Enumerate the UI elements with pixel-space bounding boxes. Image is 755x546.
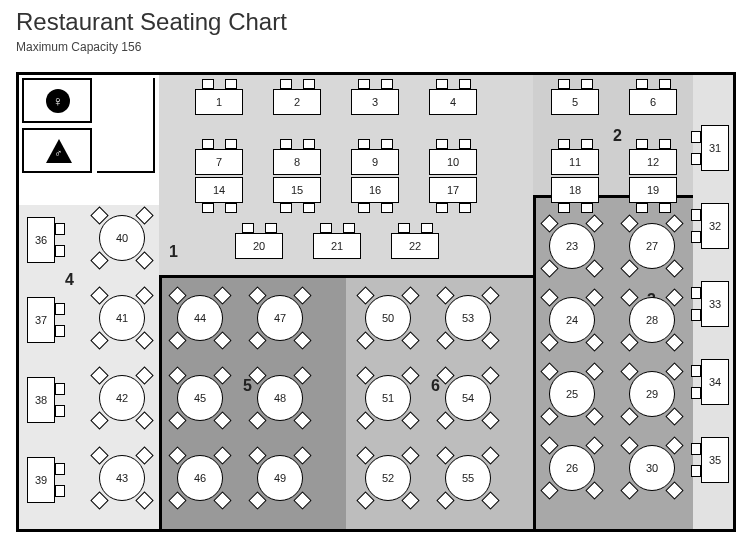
chair [381,203,393,213]
table-52[interactable]: 52 [365,455,409,499]
table-7[interactable]: 7 [195,149,241,173]
chair [55,223,65,235]
table-35[interactable]: 35 [701,437,727,481]
table-33[interactable]: 33 [701,281,727,325]
zone-label-6: 6 [431,377,440,395]
chair [55,303,65,315]
table-number: 45 [178,392,222,404]
table-number: 23 [550,240,594,252]
table-18[interactable]: 18 [551,177,597,201]
chair [381,139,393,149]
table-25[interactable]: 25 [549,371,593,415]
table-number: 42 [100,392,144,404]
table-number: 44 [178,312,222,324]
table-46[interactable]: 46 [177,455,221,499]
chair [636,79,648,89]
table-12[interactable]: 12 [629,149,675,173]
chair [421,223,433,233]
table-number: 10 [430,156,476,168]
table-10[interactable]: 10 [429,149,475,173]
table-48[interactable]: 48 [257,375,301,419]
table-44[interactable]: 44 [177,295,221,339]
table-number: 46 [178,472,222,484]
chair [55,405,65,417]
table-20[interactable]: 20 [235,233,281,257]
table-number: 38 [28,394,54,406]
table-15[interactable]: 15 [273,177,319,201]
table-8[interactable]: 8 [273,149,319,173]
table-number: 39 [28,474,54,486]
table-47[interactable]: 47 [257,295,301,339]
restroom-female: ♀ [22,78,92,123]
chair [558,203,570,213]
table-9[interactable]: 9 [351,149,397,173]
table-19[interactable]: 19 [629,177,675,201]
table-41[interactable]: 41 [99,295,143,339]
chair [303,139,315,149]
table-number: 14 [196,184,242,196]
table-34[interactable]: 34 [701,359,727,403]
table-50[interactable]: 50 [365,295,409,339]
table-1[interactable]: 1 [195,89,241,113]
table-14[interactable]: 14 [195,177,241,201]
chair [659,139,671,149]
table-4[interactable]: 4 [429,89,475,113]
table-number: 34 [702,376,728,388]
zone-label-2: 2 [613,127,622,145]
table-32[interactable]: 32 [701,203,727,247]
table-53[interactable]: 53 [445,295,489,339]
table-number: 20 [236,240,282,252]
table-28[interactable]: 28 [629,297,673,341]
table-55[interactable]: 55 [445,455,489,499]
table-number: 7 [196,156,242,168]
table-2[interactable]: 2 [273,89,319,113]
table-45[interactable]: 45 [177,375,221,419]
table-21[interactable]: 21 [313,233,359,257]
table-30[interactable]: 30 [629,445,673,489]
table-36[interactable]: 36 [27,217,53,261]
table-51[interactable]: 51 [365,375,409,419]
table-number: 47 [258,312,302,324]
table-3[interactable]: 3 [351,89,397,113]
chair [280,79,292,89]
chair [225,79,237,89]
table-11[interactable]: 11 [551,149,597,173]
table-5[interactable]: 5 [551,89,597,113]
table-54[interactable]: 54 [445,375,489,419]
table-number: 27 [630,240,674,252]
table-37[interactable]: 37 [27,297,53,341]
table-number: 29 [630,388,674,400]
table-23[interactable]: 23 [549,223,593,267]
table-16[interactable]: 16 [351,177,397,201]
table-29[interactable]: 29 [629,371,673,415]
table-31[interactable]: 31 [701,125,727,169]
table-number: 52 [366,472,410,484]
table-22[interactable]: 22 [391,233,437,257]
table-40[interactable]: 40 [99,215,143,259]
table-17[interactable]: 17 [429,177,475,201]
table-42[interactable]: 42 [99,375,143,419]
table-number: 12 [630,156,676,168]
chair [659,203,671,213]
chair [558,139,570,149]
male-icon: ♂ [46,139,72,163]
chair [225,139,237,149]
table-number: 37 [28,314,54,326]
table-number: 33 [702,298,728,310]
table-number: 11 [552,156,598,168]
table-38[interactable]: 38 [27,377,53,421]
table-49[interactable]: 49 [257,455,301,499]
table-27[interactable]: 27 [629,223,673,267]
chair [202,139,214,149]
chair [55,325,65,337]
table-26[interactable]: 26 [549,445,593,489]
table-43[interactable]: 43 [99,455,143,499]
table-24[interactable]: 24 [549,297,593,341]
chair [280,203,292,213]
table-6[interactable]: 6 [629,89,675,113]
chair [558,79,570,89]
table-39[interactable]: 39 [27,457,53,501]
page: Restaurant Seating Chart Maximum Capacit… [0,0,755,546]
table-number: 24 [550,314,594,326]
page-title: Restaurant Seating Chart [16,8,287,36]
